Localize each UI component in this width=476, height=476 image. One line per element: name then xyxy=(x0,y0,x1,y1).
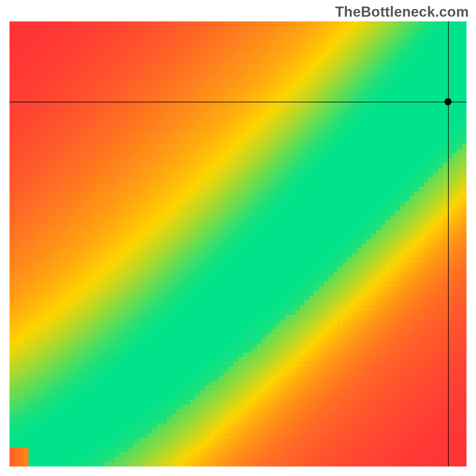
data-point-marker xyxy=(444,98,452,105)
plot-area xyxy=(10,21,466,466)
crosshair-horizontal xyxy=(10,102,466,102)
crosshair-vertical xyxy=(448,21,449,466)
chart-container: TheBottleneck.com xyxy=(0,0,476,476)
watermark-text: TheBottleneck.com xyxy=(335,4,469,20)
heatmap-canvas xyxy=(10,21,466,466)
